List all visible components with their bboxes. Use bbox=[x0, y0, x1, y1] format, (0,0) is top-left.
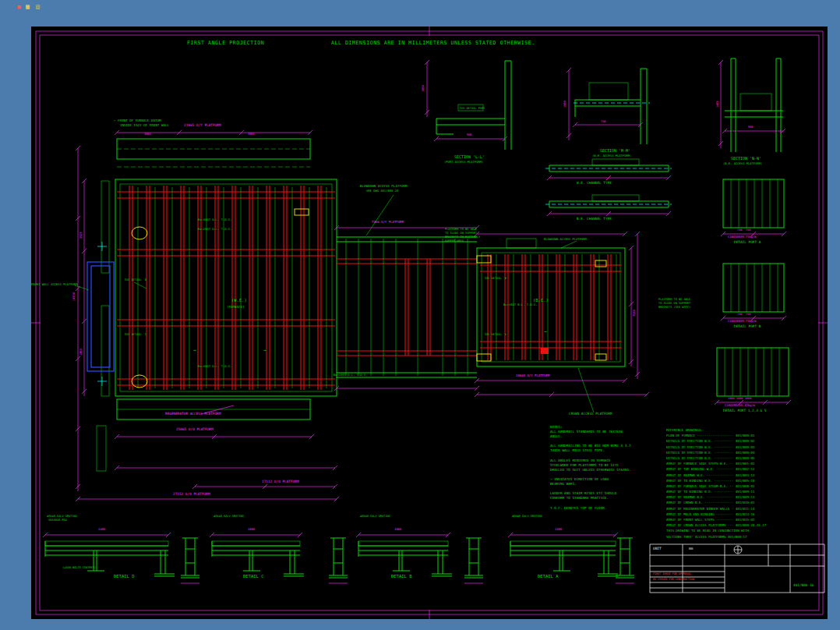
reference-drawing-line: DETAILS OF ERECTION-W.E. ---------- 401/… bbox=[666, 444, 827, 450]
drawing-annotation: (W.E.) bbox=[231, 299, 247, 303]
drawing-annotation: 3925 bbox=[80, 232, 83, 239]
drawing-annotation: → bbox=[193, 348, 196, 352]
reference-drawings-block: REFERENCE DRAWINGS:PLAN OF FURNACE -----… bbox=[666, 427, 827, 540]
drawing-annotation: 3660 bbox=[144, 133, 151, 136]
drawing-annotation: (W.E. ACCESS PLATFORM) bbox=[592, 154, 631, 158]
drawing-annotation: SEE DWG 401/B00-20 bbox=[366, 189, 398, 193]
drawing-annotation: RE-ISSUED FOR CONSTRUCTION bbox=[653, 579, 694, 581]
drawing-annotation: BLOWDOWN ACCESS PLATFORM bbox=[544, 238, 587, 241]
drawing-annotation: 1060 bbox=[422, 85, 425, 92]
reference-drawing-line: ARRGT OF FURNACE SIDE STEAM-B.E. -- 401/… bbox=[666, 483, 827, 489]
drawing-annotation: 40X40 GALV GRATING bbox=[512, 515, 542, 519]
drawing-annotation: CROWN ACCESS PLATFORM bbox=[569, 412, 612, 416]
reference-drawing-line: ARRGT OF FURNACE SIDE STEPS-W.E. -- 401/… bbox=[666, 461, 827, 466]
drawing-annotation: Bo=3047 B.L. T.O.S. bbox=[503, 303, 537, 306]
drawing-annotation: DETAIL PORT B bbox=[734, 325, 761, 328]
drawing-annotation: 401/B00-16 bbox=[793, 584, 814, 587]
reference-drawing-line: ARRGT OF MECA END BINDING --------- 401/… bbox=[666, 511, 827, 517]
drawing-annotation: FRONT WALL ACCESS PLATFORM bbox=[31, 283, 77, 286]
reference-drawing-line: ARRGT OF FRONT WALL STEPS --------- 401/… bbox=[666, 517, 827, 522]
drawing-annotation: SEE DETAIL 'D' bbox=[125, 279, 148, 282]
drawing-annotation: DETAIL C bbox=[243, 575, 264, 579]
note-line: T.O.F. DENOTES TOP OF FLOOR. bbox=[550, 506, 669, 511]
reference-drawing-line: PLAN OF FURNACE ------------------- 401/… bbox=[666, 433, 827, 438]
drawing-annotation: (B.E. ACCESS PLATFORM) bbox=[723, 162, 762, 165]
drawing-annotation: mm bbox=[689, 547, 693, 550]
drawing-annotation: 40X40 GALV GRATING bbox=[360, 515, 390, 519]
drawing-annotation: BRACKETS (SEE NOTE) bbox=[658, 306, 690, 310]
notes-block: NOTES:ALL HANDRAIL STANDARDS TO BE 76X76… bbox=[550, 425, 669, 511]
drawing-annotation: -50X50X6 RSA bbox=[47, 519, 67, 522]
reference-drawing-line: ARRGT OF TO BINDING-B.E. ---------- 401/… bbox=[666, 489, 827, 494]
drawing-annotation: SECTION 'N-N' bbox=[731, 157, 761, 161]
reference-drawing-line: ARRGT OF CROWN-B.E. --------------- 401/… bbox=[666, 500, 827, 505]
reference-drawing-line: DETAILS OF ERECTION-B.E. ---------- 401/… bbox=[666, 450, 827, 455]
drawing-annotation: B.E. CHANNEL TYPE bbox=[577, 218, 612, 221]
drawing-annotation: 1000 1000 1000 bbox=[728, 398, 751, 401]
drawing-annotation: 1400 bbox=[98, 528, 105, 531]
reference-drawing-line: ARRGT OF TO BINDING-W.E. ---------- 401/… bbox=[666, 478, 827, 483]
drawing-annotation: SEE DETAIL 'A' bbox=[485, 334, 508, 337]
drawing-annotation: 7930 bbox=[634, 310, 637, 317]
drawing-annotation: 40X40 GALV GRATING bbox=[214, 515, 244, 519]
drawing-annotation: SECTION 'M-M' bbox=[600, 149, 630, 153]
drawing-annotation: Bo=2047 G.L. T.O.S. bbox=[198, 228, 231, 231]
drawing-annotation: 750 750 bbox=[737, 229, 750, 232]
drawing-annotation: INSIDE FACE OF FRONT WALL bbox=[120, 124, 169, 127]
drawing-annotation: Bo=2047 G.L. T.O.S. bbox=[334, 373, 367, 377]
drawing-annotation: 3660 bbox=[248, 133, 255, 136]
drawing-annotation: DETAIL A bbox=[538, 575, 559, 579]
drawing-annotation: 900 bbox=[748, 126, 754, 129]
reference-drawing-line: DETAILS OF ERECTION-W.E. ---------- 401/… bbox=[666, 438, 827, 444]
drawing-annotation: FIRST ISSUE FOR APPROVAL bbox=[653, 573, 691, 575]
drawing-annotation: SEE DETAIL PORT bbox=[460, 108, 485, 111]
drawing-annotation: 750 750 bbox=[737, 313, 750, 317]
drawing-annotation: 10668 O/Y PLATFORM bbox=[516, 374, 549, 377]
drawing-annotation: W.E. CHANNEL TYPE bbox=[577, 182, 612, 185]
drawing-annotation: Bo=3047 G.L. T.O.S. bbox=[198, 365, 231, 368]
drawing-annotation: (PORT ACCESS PLATFORM) bbox=[444, 161, 483, 164]
drawing-annotation: → bbox=[263, 348, 266, 352]
drawing-annotation: REGENERATOR ACCESS PLATFORM bbox=[165, 412, 221, 416]
drawing-annotation: 21965 O/Y PLATFORM bbox=[184, 124, 221, 127]
drawing-annotation: 7466 O/Y PLATFORM bbox=[372, 221, 404, 224]
drawing-annotation: DETAIL B bbox=[391, 575, 412, 579]
reference-drawing-line: THIS DRAWING TO BE READ IN CONJUNCTION W… bbox=[666, 528, 827, 533]
reference-drawing-line: ARRGT OF BEAMWK-B.E. -------------- 401/… bbox=[666, 494, 827, 500]
reference-drawing-line: ARRGT OF TOP BINDING-W.E. --------- 401/… bbox=[666, 466, 827, 472]
drawing-annotation: DETAIL D bbox=[114, 575, 135, 579]
drawing-annotation: 750 bbox=[601, 121, 606, 124]
drawing-annotation: 1400 bbox=[555, 528, 562, 531]
drawing-annotation: 14730 bbox=[73, 292, 76, 301]
drawing-annotation: ← FRONT OF FURNACE DATUM bbox=[114, 119, 161, 122]
drawing-annotation: SECTION 'L-L' bbox=[454, 155, 485, 159]
reference-drawing-line: REFERENCE DRAWINGS: bbox=[666, 427, 827, 433]
drawing-annotation: 17112 O/O PLATFORM bbox=[262, 480, 299, 483]
drawing-annotation: C160X80X9.75kg/m bbox=[728, 235, 757, 239]
reference-drawing-line: ARRGT OF CROWN ACCESS PLATFORMS --- 401/… bbox=[666, 522, 827, 528]
reference-drawing-line: ARRGT OF REGENERATOR BINDER WALLS - 401/… bbox=[666, 506, 827, 511]
reference-drawing-line: DETAILS OF ERECTION-B.E. ---------- 401/… bbox=[666, 455, 827, 461]
drawing-annotation: SEE DETAIL 'C' bbox=[125, 334, 148, 337]
drawing-annotation: DAMPER AREA bbox=[445, 240, 464, 243]
drawing-annotation: 1000 bbox=[564, 101, 567, 108]
drawing-annotation: 1060 bbox=[394, 528, 401, 531]
drawing-annotation: UNIT bbox=[653, 547, 662, 550]
reference-drawing-line: ARRGT OF BEAMWK-W.E. -------------- 401/… bbox=[666, 472, 827, 478]
drawing-annotation: C180X90X10.42kg/m bbox=[725, 404, 755, 407]
drawing-annotation: 1475 bbox=[717, 101, 720, 108]
drawing-annotation: SEE DETAIL 'B' bbox=[485, 278, 508, 281]
drawing-annotation: 1450 bbox=[80, 349, 83, 356]
cad-viewer: FIRST ANGLE PROJECTION ALL DIMENSIONS AR… bbox=[0, 0, 840, 630]
reference-drawing-line: SECTIONS THRO' ACCESS PLATFORMS 401/B00-… bbox=[666, 534, 827, 540]
drawing-annotation: 27152 O/O PLATFORM bbox=[173, 493, 210, 496]
drawing-annotation: C160X80X9.75kg/m bbox=[728, 320, 757, 323]
drawing-annotation: 1000 bbox=[248, 528, 255, 531]
drawing-annotation: Bo=3047 G.L. T.O.S. bbox=[198, 218, 231, 221]
drawing-annotation: (=500 BOLTS CENTRES) bbox=[62, 567, 96, 570]
drawing-annotation: → bbox=[544, 329, 547, 334]
drawing-annotation: (FURNACE) bbox=[227, 306, 245, 309]
drawing-annotation: BLOWDOWN ACCESS PLATFORM bbox=[360, 185, 408, 188]
drawing-annotation: 900 bbox=[467, 134, 472, 137]
drawing-annotation: DETAIL PORT A bbox=[734, 241, 761, 244]
